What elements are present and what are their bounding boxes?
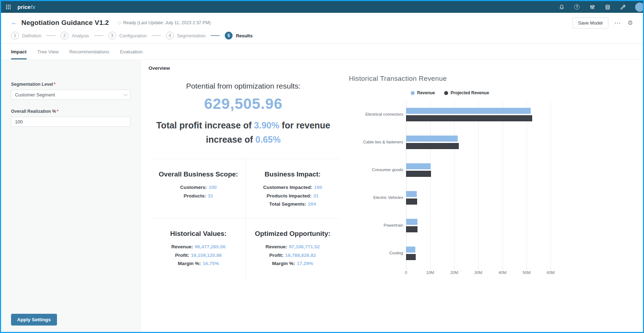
app-window: pricefx ? ← Negotiation Guidance V1.2 [0, 0, 644, 333]
bar-revenue-cooling[interactable] [406, 247, 415, 253]
help-icon[interactable]: ? [574, 4, 580, 10]
step-number: 3 [108, 32, 116, 39]
bar-revenue-powertrain[interactable] [406, 219, 417, 225]
bar-revenue-consumer-goods[interactable] [406, 163, 431, 169]
category-label-electrical-connectors: Electrical connectors [343, 112, 403, 116]
admin-tools-icon[interactable] [620, 4, 626, 10]
revenue-pct: 0.65% [255, 134, 281, 144]
step-label: Definition [22, 33, 41, 38]
step-analysis[interactable]: 2Analysis [61, 32, 89, 39]
gridline [526, 101, 527, 268]
segmentation-level-select[interactable]: Customer Segment [11, 90, 130, 100]
step-number: 1 [11, 32, 19, 39]
step-connector [46, 35, 56, 36]
historical-values-title: Historical Values: [151, 230, 245, 238]
more-menu-icon[interactable]: ··· [615, 20, 621, 26]
step-configuration[interactable]: 3Configuration [108, 32, 147, 39]
x-tick-label: 50M [519, 270, 534, 275]
status-text: Ready (Last Update: July 11, 2023 2:37 P… [123, 20, 211, 25]
profit-sentence: Total profit increase of 3.90% for reven… [156, 118, 331, 147]
axis-tick [526, 268, 527, 270]
required-marker: * [54, 82, 56, 87]
category-label-cooling: Cooling [343, 251, 403, 255]
legend-label: Revenue [417, 90, 435, 95]
page-title: Negotiation Guidance V1.2 [21, 19, 109, 27]
stat-label: Margin %: [272, 261, 295, 266]
bar-revenue-cable-ties-fasteners[interactable] [406, 136, 458, 142]
axis-tick [503, 268, 503, 270]
stat-value: 17.29% [297, 261, 313, 266]
step-segmentation[interactable]: 4Segmentation [166, 32, 206, 39]
realization-label: Overall Realization %* [11, 109, 130, 114]
step-definition[interactable]: 1Definition [11, 32, 41, 39]
save-model-button[interactable]: Save Model [572, 17, 608, 28]
back-arrow-icon[interactable]: ← [11, 19, 17, 26]
step-label: Configuration [119, 33, 147, 38]
bar-projected-revenue-cable-ties-fasteners[interactable] [406, 143, 459, 149]
tab-evaluation[interactable]: Evaluation [120, 44, 142, 59]
gridline [430, 101, 431, 268]
stat-item: Total Segments:204 [246, 200, 339, 208]
step-label: Analysis [72, 33, 89, 38]
axis-tick [478, 268, 479, 270]
category-label-cable-ties-fasteners: Cable ties & fasteners [343, 140, 403, 144]
stat-value: 100 [209, 185, 217, 190]
bar-projected-revenue-electrical-connectors[interactable] [406, 115, 532, 121]
category-label-powertrain: Powertrain [343, 223, 403, 227]
status-badge: Ready (Last Update: July 11, 2023 2:37 P… [118, 20, 211, 25]
segmentation-level-value: Customer Segment [15, 92, 55, 97]
step-results[interactable]: 5Results [225, 32, 253, 39]
bell-icon[interactable] [559, 4, 565, 10]
stat-item: Products:31 [151, 192, 245, 200]
stat-label: Profit: [175, 253, 189, 258]
bar-revenue-electric-vehicles[interactable] [406, 191, 417, 197]
potential-label: Potential from optimization results: [144, 82, 343, 90]
gridline [454, 101, 455, 268]
bar-projected-revenue-cooling[interactable] [406, 254, 416, 260]
bar-projected-revenue-electric-vehicles[interactable] [406, 199, 417, 205]
gridline [551, 101, 551, 268]
tab-impact[interactable]: Impact [11, 44, 27, 59]
database-icon[interactable] [604, 4, 611, 10]
stat-item: Customers:100 [151, 183, 245, 192]
x-tick-label: 20M [446, 270, 462, 275]
overview-panel: Potential from optimization results: 629… [144, 60, 343, 283]
apps-grid-icon[interactable] [6, 5, 11, 10]
bar-projected-revenue-powertrain[interactable] [406, 226, 417, 232]
segmentation-level-label: Segmentation Level* [11, 82, 130, 87]
gridline [503, 101, 503, 268]
stat-item: Customers Impacted:100 [246, 183, 339, 192]
bar-projected-revenue-consumer-goods[interactable] [406, 171, 431, 177]
category-label-electric-vehicles: Electric Vehicles [343, 195, 403, 200]
step-label: Results [236, 33, 253, 38]
gridline [406, 101, 406, 268]
legend-dot-icon [444, 91, 448, 95]
stat-item: Profit:16,159,120.86 [151, 251, 245, 260]
axis-tick [454, 268, 455, 270]
stat-item: Margin %:17.29% [246, 259, 339, 268]
gear-icon[interactable]: ⚙ [628, 19, 633, 27]
realization-input[interactable] [11, 117, 130, 127]
tab-recommendations[interactable]: Recommendations [69, 44, 110, 59]
chart-legend: RevenueProjected Revenue [411, 90, 489, 95]
required-marker: * [57, 109, 58, 114]
step-connector [211, 35, 220, 36]
legend-item-revenue[interactable]: Revenue [411, 90, 435, 95]
gridline [478, 101, 479, 268]
avatar[interactable] [635, 2, 644, 12]
top-bar: pricefx ? [1, 1, 643, 13]
tab-tree-view[interactable]: Tree View [37, 44, 59, 59]
bar-revenue-electrical-connectors[interactable] [406, 108, 531, 114]
chart-plot-area: 010M20M30M40M50M60MElectrical connectors… [406, 101, 557, 268]
step-number: 5 [225, 32, 233, 39]
business-scope-card: Overall Business Scope: Customers:100Pro… [151, 159, 245, 218]
apply-settings-button[interactable]: Apply Settings [11, 314, 57, 326]
tab-bar: ImpactTree ViewRecommendationsEvaluation [1, 44, 643, 60]
legend-item-projected-revenue[interactable]: Projected Revenue [444, 90, 489, 95]
x-tick-label: 0 [398, 270, 414, 275]
stat-label: Customers: [180, 185, 207, 190]
page-header: ← Negotiation Guidance V1.2 Ready (Last … [1, 13, 643, 44]
equalizer-icon[interactable] [589, 4, 595, 10]
legend-label: Projected Revenue [451, 90, 489, 95]
chart-title: Historical Transaction Revenue [344, 75, 451, 83]
